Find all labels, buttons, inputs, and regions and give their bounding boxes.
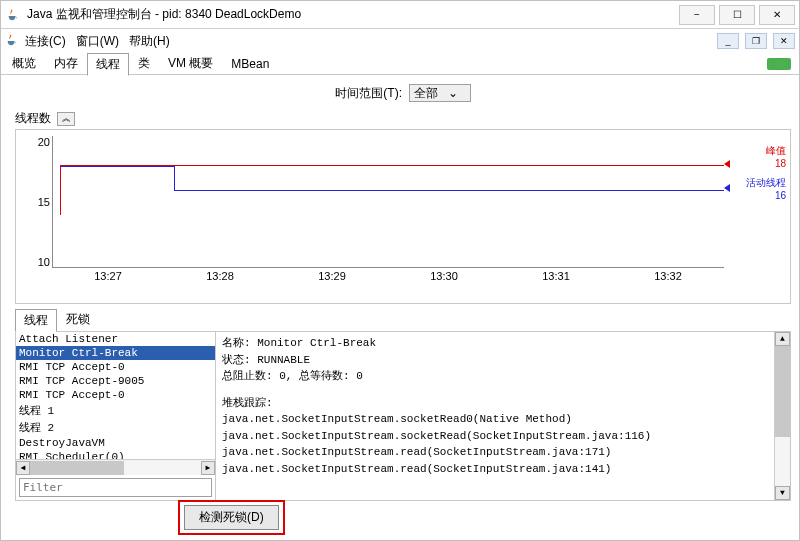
thread-list[interactable]: Attach ListenerMonitor Ctrl-BreakRMI TCP… [16,332,215,459]
time-range-row: 时间范围(T): 全部 ⌄ [15,79,791,110]
vscroll-thumb[interactable] [775,346,790,437]
thread-list-item[interactable]: RMI Scheduler(0) [16,450,215,459]
live-marker-icon [724,184,730,192]
hscroll-track[interactable] [30,461,201,475]
detail-blocked-label: 总阻止数: [222,370,273,382]
connection-status-icon [767,58,791,70]
thread-list-item[interactable]: Monitor Ctrl-Break [16,346,215,360]
deadlock-highlight: 检测死锁(D) [178,500,285,535]
detail-state-value: RUNNABLE [257,354,310,366]
content-area: 时间范围(T): 全部 ⌄ 线程数 ︽ 20 15 10 [1,75,799,540]
vscroll-track[interactable] [775,346,790,486]
detail-name-value: Monitor Ctrl-Break [257,337,376,349]
chevron-down-icon: ⌄ [448,86,458,100]
legend-live-value: 16 [746,189,786,202]
menu-help[interactable]: 帮助(H) [129,33,170,50]
inner-window-controls: _ ❐ ✕ [717,33,795,49]
tab-threads-lower[interactable]: 线程 [15,309,57,332]
live-line-seg1 [60,166,174,167]
scroll-left-button[interactable]: ◀ [16,461,30,475]
x-tick: 13:28 [206,270,234,286]
thread-list-item[interactable]: 线程 2 [16,419,215,436]
chart-legend: 峰值 18 活动线程 16 [746,144,786,202]
minimize-button[interactable]: − [679,5,715,25]
detail-blocked-value: 0, [279,370,292,382]
time-range-label: 时间范围(T): [335,86,402,100]
inner-close-button[interactable]: ✕ [773,33,795,49]
legend-peak-value: 18 [746,157,786,170]
x-tick: 13:29 [318,270,346,286]
outer-titlebar: Java 监视和管理控制台 - pid: 8340 DeadLockDemo −… [1,1,799,29]
lower-tabs: 线程 死锁 [15,308,791,331]
legend-peak-label: 峰值 [746,144,786,157]
scroll-down-button[interactable]: ▼ [775,486,790,500]
detail-waited-value: 0 [356,370,363,382]
y-tick: 10 [30,256,50,268]
detail-waited-label: 总等待数: [299,370,350,382]
thread-list-item[interactable]: RMI TCP Accept-0 [16,360,215,374]
detail-name-label: 名称: [222,337,251,349]
tab-deadlock[interactable]: 死锁 [57,308,99,331]
stack-line: java.net.SocketInputStream.socketRead0(N… [222,411,784,428]
inner-maximize-button[interactable]: ❐ [745,33,767,49]
peak-marker-icon [724,160,730,168]
time-range-value: 全部 [414,86,438,100]
stack-line: java.net.SocketInputStream.read(SocketIn… [222,444,784,461]
live-line-seg2 [174,190,724,191]
y-tick: 20 [30,136,50,148]
thread-list-item[interactable]: RMI TCP Accept-0 [16,388,215,402]
y-axis: 20 15 10 [30,136,50,268]
menu-window[interactable]: 窗口(W) [76,33,119,50]
x-tick: 13:31 [542,270,570,286]
live-line-drop [174,166,175,190]
thread-count-header: 线程数 ︽ [15,110,791,127]
thread-list-hscroll[interactable]: ◀ ▶ [16,459,215,475]
time-range-select[interactable]: 全部 ⌄ [409,84,470,102]
close-button[interactable]: ✕ [759,5,795,25]
x-tick: 13:32 [654,270,682,286]
scroll-up-button[interactable]: ▲ [775,332,790,346]
thread-count-label: 线程数 [15,110,51,127]
thread-chart: 20 15 10 [15,129,791,304]
window-title: Java 监视和管理控制台 - pid: 8340 DeadLockDemo [27,6,679,23]
collapse-toggle[interactable]: ︽ [57,112,75,126]
maximize-button[interactable]: ☐ [719,5,755,25]
scroll-right-button[interactable]: ▶ [201,461,215,475]
x-axis: 13:27 13:28 13:29 13:30 13:31 13:32 [52,270,724,286]
y-tick: 15 [30,196,50,208]
menubar: 连接(C) 窗口(W) 帮助(H) _ ❐ ✕ [1,29,799,53]
lower-panel: Attach ListenerMonitor Ctrl-BreakRMI TCP… [15,331,791,501]
filter-input[interactable] [19,478,212,497]
inner-minimize-button[interactable]: _ [717,33,739,49]
thread-list-item[interactable]: 线程 1 [16,402,215,419]
java-icon [5,7,21,23]
legend-live-label: 活动线程 [746,176,786,189]
thread-list-item[interactable]: Attach Listener [16,332,215,346]
detail-state-label: 状态: [222,354,251,366]
plot-area [52,136,724,268]
thread-detail-pane: 名称: Monitor Ctrl-Break 状态: RUNNABLE 总阻止数… [216,332,790,500]
tab-memory[interactable]: 内存 [45,52,87,75]
java-icon [5,33,19,50]
stack-line: java.net.SocketInputStream.read(SocketIn… [222,461,784,478]
tab-vm-summary[interactable]: VM 概要 [159,52,222,75]
tab-mbean[interactable]: MBean [222,54,278,74]
menu-connect[interactable]: 连接(C) [25,33,66,50]
window-controls: − ☐ ✕ [679,5,795,25]
stack-trace-label: 堆栈跟踪: [222,397,273,409]
x-tick: 13:30 [430,270,458,286]
detail-vscroll[interactable]: ▲ ▼ [774,332,790,500]
main-tabs: 概览 内存 线程 类 VM 概要 MBean [1,53,799,75]
thread-list-item[interactable]: DestroyJavaVM [16,436,215,450]
hscroll-thumb[interactable] [30,461,124,475]
tab-threads[interactable]: 线程 [87,53,129,76]
x-tick: 13:27 [94,270,122,286]
tab-classes[interactable]: 类 [129,52,159,75]
thread-list-pane: Attach ListenerMonitor Ctrl-BreakRMI TCP… [16,332,216,500]
detect-deadlock-button[interactable]: 检测死锁(D) [184,505,279,530]
tab-overview[interactable]: 概览 [3,52,45,75]
thread-list-item[interactable]: RMI TCP Accept-9005 [16,374,215,388]
stack-line: java.net.SocketInputStream.socketRead(So… [222,428,784,445]
